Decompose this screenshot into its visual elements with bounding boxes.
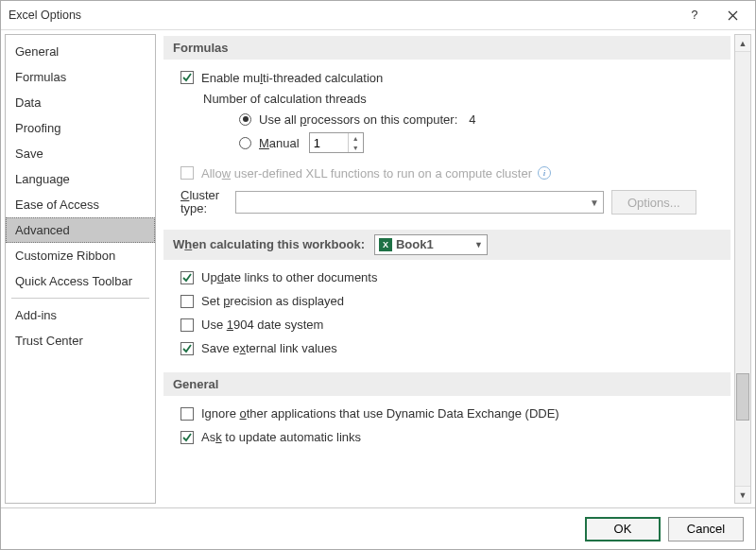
scroll-track[interactable] [735, 52, 750, 486]
precision-label: Set precision as displayed [201, 294, 344, 308]
scroll-down-icon[interactable]: ▼ [735, 486, 750, 503]
enable-multithreaded-label: Enable multi-threaded calculation [201, 71, 383, 85]
manual-threads-row: Manual ▲▼ [239, 132, 730, 153]
precision-row: Set precision as displayed [180, 291, 730, 312]
section-formulas: Formulas [163, 36, 730, 60]
manual-threads-radio[interactable] [239, 137, 251, 149]
cluster-type-row: Cluster type: ▼ Options... [180, 189, 730, 216]
category-sidebar: General Formulas Data Proofing Save Lang… [5, 34, 156, 504]
workbook-dropdown[interactable]: X Book1 ▼ [374, 234, 488, 255]
titlebar: Excel Options ? [1, 1, 755, 29]
manual-threads-spinner[interactable]: ▲▼ [309, 132, 364, 153]
ignore-dde-label: Ignore other applications that use Dynam… [201, 406, 559, 421]
workbook-name: Book1 [396, 237, 471, 251]
sidebar-item-save[interactable]: Save [6, 141, 155, 166]
update-links-row: Update links to other documents [180, 267, 730, 288]
cluster-type-dropdown[interactable]: ▼ [235, 191, 604, 214]
date1904-checkbox[interactable] [180, 318, 194, 332]
manual-threads-label: Manual [259, 136, 300, 150]
threads-label: Number of calculation threads [203, 92, 730, 106]
ask-update-row: Ask to update automatic links [180, 427, 730, 448]
scroll-thumb[interactable] [736, 373, 749, 421]
ok-button[interactable]: OK [585, 517, 661, 541]
date1904-row: Use 1904 date system [180, 315, 730, 335]
spinner-down-icon[interactable]: ▼ [349, 143, 363, 152]
section-when-calculating: When calculating this workbook: X Book1 … [163, 230, 730, 260]
when-calculating-label: When calculating this workbook: [173, 237, 365, 251]
cancel-button[interactable]: Cancel [668, 517, 744, 541]
sidebar-item-trust-center[interactable]: Trust Center [6, 328, 155, 353]
dialog-footer: OK Cancel [1, 507, 755, 549]
window-title: Excel Options [9, 9, 676, 22]
cluster-options-button: Options... [611, 190, 696, 215]
info-icon[interactable]: i [538, 166, 551, 180]
sidebar-item-ease-of-access[interactable]: Ease of Access [6, 192, 155, 217]
sidebar-item-language[interactable]: Language [6, 166, 155, 192]
scroll-up-icon[interactable]: ▲ [735, 35, 750, 52]
processor-count: 4 [469, 112, 475, 127]
enable-multithreaded-checkbox[interactable] [180, 71, 194, 84]
dialog-body: General Formulas Data Proofing Save Lang… [1, 29, 755, 507]
main-panel: Formulas Enable multi-threaded calculati… [163, 34, 751, 504]
section-general: General [163, 372, 730, 396]
sidebar-item-customize-ribbon[interactable]: Customize Ribbon [6, 243, 155, 268]
use-all-processors-row: Use all processors on this computer: 4 [239, 109, 730, 129]
date1904-label: Use 1904 date system [201, 318, 323, 332]
sidebar-item-add-ins[interactable]: Add-ins [6, 302, 155, 328]
use-all-processors-label: Use all processors on this computer: [259, 112, 457, 127]
cluster-type-label: Cluster type: [180, 189, 228, 216]
ask-update-checkbox[interactable] [180, 431, 194, 444]
save-external-label: Save external link values [201, 341, 337, 355]
sidebar-item-general[interactable]: General [6, 39, 155, 64]
ask-update-label: Ask to update automatic links [201, 430, 361, 444]
update-links-label: Update links to other documents [201, 270, 377, 284]
sidebar-item-proofing[interactable]: Proofing [6, 115, 155, 141]
save-external-checkbox[interactable] [180, 342, 194, 355]
close-button[interactable] [713, 2, 751, 28]
allow-xll-label: Allow user-defined XLL functions to run … [201, 166, 532, 180]
content-area: Formulas Enable multi-threaded calculati… [163, 34, 734, 504]
help-button[interactable]: ? [676, 2, 713, 28]
save-external-row: Save external link values [180, 338, 730, 359]
chevron-down-icon: ▼ [474, 240, 483, 249]
use-all-processors-radio[interactable] [239, 113, 251, 126]
sidebar-item-advanced[interactable]: Advanced [6, 217, 155, 243]
excel-file-icon: X [379, 238, 392, 251]
spinner-up-icon[interactable]: ▲ [349, 133, 363, 143]
allow-xll-checkbox [180, 166, 194, 180]
sidebar-item-quick-access-toolbar[interactable]: Quick Access Toolbar [6, 268, 155, 294]
allow-xll-row: Allow user-defined XLL functions to run … [180, 163, 730, 183]
vertical-scrollbar[interactable]: ▲ ▼ [734, 34, 751, 504]
excel-options-dialog: Excel Options ? General Formulas Data Pr… [0, 0, 756, 550]
sidebar-item-formulas[interactable]: Formulas [6, 64, 155, 90]
precision-checkbox[interactable] [180, 295, 194, 308]
sidebar-item-data[interactable]: Data [6, 90, 155, 115]
update-links-checkbox[interactable] [180, 271, 194, 284]
ignore-dde-row: Ignore other applications that use Dynam… [180, 404, 730, 424]
manual-threads-input[interactable] [310, 133, 348, 152]
ignore-dde-checkbox[interactable] [180, 407, 194, 421]
enable-multithreaded-row: Enable multi-threaded calculation [180, 67, 730, 88]
sidebar-separator [11, 298, 149, 299]
